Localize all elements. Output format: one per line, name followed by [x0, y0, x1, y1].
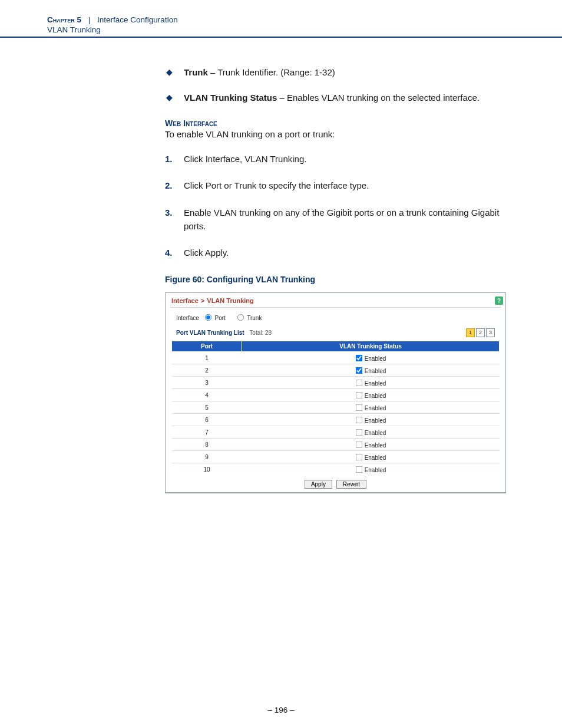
enabled-checkbox[interactable] [355, 379, 362, 386]
enabled-label: Enabled [365, 355, 386, 362]
ui-panel: Interface>VLAN Trunking ? Interface Port… [165, 292, 506, 493]
steps-list: 1.Click Interface, VLAN Trunking. 2.Clic… [165, 152, 515, 259]
pager-page[interactable]: 3 [486, 328, 495, 337]
cell-port: 5 [172, 401, 242, 414]
pager: 123 [465, 328, 495, 337]
enabled-checkbox[interactable] [355, 441, 362, 448]
cell-port: 9 [172, 451, 242, 463]
total-label: Total: [249, 330, 263, 336]
enabled-label: Enabled [365, 467, 386, 473]
cell-status: Enabled [242, 377, 500, 389]
port-list-label: Port VLAN Trunking List [176, 330, 244, 336]
cell-status: Enabled [242, 401, 500, 414]
step-item: 4.Click Apply. [165, 246, 515, 259]
table-row: 9Enabled [172, 451, 500, 463]
parameter-list: Trunk – Trunk Identifier. (Range: 1-32) … [165, 66, 515, 104]
cell-status: Enabled [242, 439, 500, 451]
enabled-checkbox[interactable] [355, 354, 362, 361]
cell-status: Enabled [242, 389, 500, 401]
table-row: 3Enabled [172, 377, 500, 389]
enabled-checkbox[interactable] [355, 453, 362, 460]
chapter-title: Interface Configuration [97, 15, 178, 24]
enabled-checkbox[interactable] [355, 367, 362, 374]
breadcrumb-sep: > [199, 297, 207, 304]
revert-button[interactable]: Revert [336, 480, 366, 489]
enabled-label: Enabled [365, 393, 386, 399]
step-item: 2.Click Port or Trunk to specify the int… [165, 179, 515, 192]
step-item: 1.Click Interface, VLAN Trunking. [165, 152, 515, 166]
apply-button[interactable]: Apply [305, 480, 332, 489]
lead-text: To enable VLAN trunking on a port or tru… [165, 129, 515, 139]
cell-status: Enabled [242, 426, 500, 439]
enabled-checkbox[interactable] [355, 404, 362, 411]
cell-port: 1 [172, 352, 242, 364]
enabled-label: Enabled [365, 442, 386, 449]
table-row: 1Enabled [172, 352, 500, 364]
radio-trunk-label: Trunk [247, 315, 262, 321]
enabled-label: Enabled [365, 430, 386, 436]
chapter-subtitle: VLAN Trunking [47, 25, 562, 34]
breadcrumb-part: Interface [171, 297, 199, 304]
bullet-term: Trunk [184, 67, 208, 77]
col-port: Port [172, 341, 242, 352]
radio-port-label: Port [214, 315, 225, 321]
cell-port: 7 [172, 426, 242, 439]
bullet-item: Trunk – Trunk Identifier. (Range: 1-32) [165, 66, 515, 80]
bullet-term: VLAN Trunking Status [184, 93, 277, 103]
cell-port: 10 [172, 463, 242, 476]
table-row: 2Enabled [172, 364, 500, 377]
cell-status: Enabled [242, 451, 500, 463]
radio-port-input[interactable] [205, 314, 211, 321]
cell-port: 3 [172, 377, 242, 389]
chapter-label: Chapter 5 [47, 15, 81, 24]
pager-page[interactable]: 1 [466, 328, 475, 337]
table-row: 5Enabled [172, 401, 500, 414]
bullet-desc: – Enables VLAN trunking on the selected … [277, 93, 480, 103]
enabled-checkbox[interactable] [355, 391, 362, 398]
help-icon[interactable]: ? [495, 297, 503, 305]
step-text: Enable VLAN trunking on any of the Gigib… [184, 207, 499, 231]
ui-breadcrumb: Interface>VLAN Trunking [171, 297, 254, 304]
cell-status: Enabled [242, 352, 500, 364]
step-text: Click Apply. [184, 248, 229, 258]
cell-status: Enabled [242, 364, 500, 377]
table-row: 7Enabled [172, 426, 500, 439]
page-number: – 196 – [0, 706, 562, 728]
cell-port: 4 [172, 389, 242, 401]
table-row: 10Enabled [172, 463, 500, 476]
port-list-total: Total: 28 [249, 330, 272, 336]
table-row: 8Enabled [172, 439, 500, 451]
step-text: Click Port or Trunk to specify the inter… [184, 180, 369, 190]
radio-port[interactable]: Port [201, 315, 226, 321]
interface-selector-row: Interface Port Trunk [166, 310, 505, 325]
enabled-checkbox[interactable] [355, 416, 362, 423]
enabled-label: Enabled [365, 368, 386, 374]
breadcrumb-part: VLAN Trunking [207, 297, 253, 304]
web-interface-heading: Web Interface [165, 118, 515, 128]
bullet-item: VLAN Trunking Status – Enables VLAN trun… [165, 91, 515, 105]
enabled-label: Enabled [365, 405, 386, 411]
pager-page[interactable]: 2 [476, 328, 485, 337]
enabled-label: Enabled [365, 454, 386, 461]
ui-divider [170, 307, 501, 308]
table-row: 4Enabled [172, 389, 500, 401]
enabled-label: Enabled [365, 380, 386, 387]
enabled-checkbox[interactable] [355, 466, 362, 473]
bullet-desc: – Trunk Identifier. (Range: 1-32) [208, 67, 335, 77]
enabled-checkbox[interactable] [355, 429, 362, 436]
figure-title: Figure 60: Configuring VLAN Trunking [165, 275, 515, 284]
table-row: 6Enabled [172, 414, 500, 426]
radio-trunk-input[interactable] [237, 314, 244, 321]
cell-port: 8 [172, 439, 242, 451]
header-separator: | [84, 15, 95, 24]
interface-label: Interface [176, 315, 199, 321]
radio-trunk[interactable]: Trunk [233, 315, 262, 321]
step-item: 3.Enable VLAN trunking on any of the Gig… [165, 206, 515, 233]
cell-status: Enabled [242, 414, 500, 426]
col-status: VLAN Trunking Status [242, 341, 500, 352]
total-value: 28 [265, 330, 272, 336]
page-header: Chapter 5 | Interface Configuration VLAN… [0, 0, 562, 38]
enabled-label: Enabled [365, 417, 386, 424]
cell-port: 2 [172, 364, 242, 377]
cell-status: Enabled [242, 463, 500, 476]
